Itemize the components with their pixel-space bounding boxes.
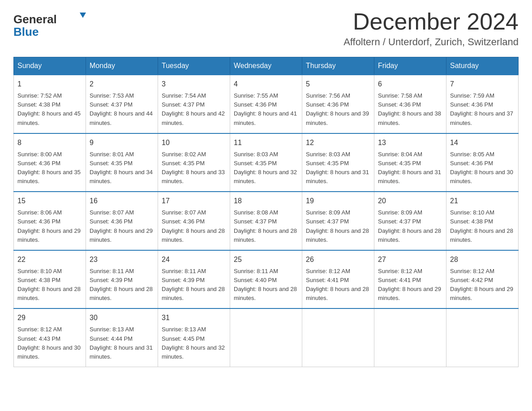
day-number: 20 bbox=[378, 196, 442, 206]
day-info: Sunrise: 8:09 AMSunset: 4:37 PMDaylight:… bbox=[378, 208, 442, 244]
calendar-cell: 12 Sunrise: 8:03 AMSunset: 4:35 PMDaylig… bbox=[302, 133, 374, 192]
day-number: 11 bbox=[234, 137, 298, 148]
day-number: 3 bbox=[162, 79, 226, 90]
day-info: Sunrise: 8:13 AMSunset: 4:45 PMDaylight:… bbox=[162, 325, 226, 361]
day-info: Sunrise: 8:07 AMSunset: 4:36 PMDaylight:… bbox=[90, 208, 154, 244]
day-info: Sunrise: 8:01 AMSunset: 4:35 PMDaylight:… bbox=[90, 150, 154, 186]
calendar-cell: 1 Sunrise: 7:52 AMSunset: 4:38 PMDayligh… bbox=[14, 75, 86, 133]
day-number: 18 bbox=[234, 196, 298, 206]
calendar-cell: 13 Sunrise: 8:04 AMSunset: 4:35 PMDaylig… bbox=[374, 133, 446, 192]
page-header: General Blue December 2024 Affoltern / U… bbox=[13, 9, 519, 48]
calendar-cell: 24 Sunrise: 8:11 AMSunset: 4:39 PMDaylig… bbox=[158, 250, 230, 309]
calendar-cell bbox=[374, 308, 446, 367]
title-section: December 2024 Affoltern / Unterdorf, Zur… bbox=[343, 9, 519, 48]
svg-text:General: General bbox=[13, 13, 57, 26]
day-info: Sunrise: 8:10 AMSunset: 4:38 PMDaylight:… bbox=[450, 208, 515, 244]
day-number: 25 bbox=[234, 254, 298, 265]
day-number: 22 bbox=[17, 254, 82, 265]
day-info: Sunrise: 8:05 AMSunset: 4:36 PMDaylight:… bbox=[450, 150, 515, 186]
calendar-cell: 29 Sunrise: 8:12 AMSunset: 4:43 PMDaylig… bbox=[14, 308, 86, 367]
day-number: 23 bbox=[90, 254, 154, 265]
calendar-cell: 28 Sunrise: 8:12 AMSunset: 4:42 PMDaylig… bbox=[446, 250, 519, 309]
day-number: 15 bbox=[17, 196, 82, 206]
calendar-cell bbox=[446, 308, 519, 367]
calendar-cell: 20 Sunrise: 8:09 AMSunset: 4:37 PMDaylig… bbox=[374, 192, 446, 250]
day-number: 8 bbox=[17, 137, 82, 148]
day-info: Sunrise: 8:03 AMSunset: 4:35 PMDaylight:… bbox=[234, 150, 298, 186]
day-number: 7 bbox=[450, 79, 515, 90]
calendar-cell bbox=[302, 308, 374, 367]
svg-text:Blue: Blue bbox=[13, 25, 39, 39]
calendar-table: SundayMondayTuesdayWednesdayThursdayFrid… bbox=[13, 57, 519, 367]
calendar-cell: 11 Sunrise: 8:03 AMSunset: 4:35 PMDaylig… bbox=[230, 133, 302, 192]
header-thursday: Thursday bbox=[302, 57, 374, 75]
header-monday: Monday bbox=[86, 57, 158, 75]
day-number: 19 bbox=[306, 196, 370, 206]
header-row: SundayMondayTuesdayWednesdayThursdayFrid… bbox=[14, 57, 519, 75]
day-info: Sunrise: 8:11 AMSunset: 4:39 PMDaylight:… bbox=[90, 267, 154, 303]
day-info: Sunrise: 8:13 AMSunset: 4:44 PMDaylight:… bbox=[90, 325, 154, 361]
day-info: Sunrise: 8:04 AMSunset: 4:35 PMDaylight:… bbox=[378, 150, 442, 186]
calendar-cell: 7 Sunrise: 7:59 AMSunset: 4:36 PMDayligh… bbox=[446, 75, 519, 133]
day-number: 30 bbox=[90, 313, 154, 323]
calendar-cell: 18 Sunrise: 8:08 AMSunset: 4:37 PMDaylig… bbox=[230, 192, 302, 250]
svg-marker-1 bbox=[80, 13, 86, 18]
logo: General Blue bbox=[13, 9, 90, 40]
day-info: Sunrise: 8:07 AMSunset: 4:36 PMDaylight:… bbox=[162, 208, 226, 244]
day-info: Sunrise: 8:12 AMSunset: 4:41 PMDaylight:… bbox=[378, 267, 442, 303]
calendar-cell: 19 Sunrise: 8:09 AMSunset: 4:37 PMDaylig… bbox=[302, 192, 374, 250]
day-info: Sunrise: 8:12 AMSunset: 4:43 PMDaylight:… bbox=[17, 325, 82, 361]
day-info: Sunrise: 8:12 AMSunset: 4:42 PMDaylight:… bbox=[450, 267, 515, 303]
calendar-cell: 25 Sunrise: 8:11 AMSunset: 4:40 PMDaylig… bbox=[230, 250, 302, 309]
calendar-cell: 10 Sunrise: 8:02 AMSunset: 4:35 PMDaylig… bbox=[158, 133, 230, 192]
day-info: Sunrise: 7:59 AMSunset: 4:36 PMDaylight:… bbox=[450, 91, 515, 128]
day-number: 26 bbox=[306, 254, 370, 265]
day-info: Sunrise: 7:53 AMSunset: 4:37 PMDaylight:… bbox=[90, 91, 154, 128]
day-info: Sunrise: 8:00 AMSunset: 4:36 PMDaylight:… bbox=[17, 150, 82, 186]
week-row-2: 8 Sunrise: 8:00 AMSunset: 4:36 PMDayligh… bbox=[14, 133, 519, 192]
calendar-cell: 15 Sunrise: 8:06 AMSunset: 4:36 PMDaylig… bbox=[14, 192, 86, 250]
calendar-cell: 22 Sunrise: 8:10 AMSunset: 4:38 PMDaylig… bbox=[14, 250, 86, 309]
day-number: 14 bbox=[450, 137, 515, 148]
calendar-cell: 17 Sunrise: 8:07 AMSunset: 4:36 PMDaylig… bbox=[158, 192, 230, 250]
calendar-cell: 9 Sunrise: 8:01 AMSunset: 4:35 PMDayligh… bbox=[86, 133, 158, 192]
calendar-cell: 8 Sunrise: 8:00 AMSunset: 4:36 PMDayligh… bbox=[14, 133, 86, 192]
day-info: Sunrise: 8:09 AMSunset: 4:37 PMDaylight:… bbox=[306, 208, 370, 244]
header-sunday: Sunday bbox=[14, 57, 86, 75]
day-number: 17 bbox=[162, 196, 226, 206]
day-info: Sunrise: 8:02 AMSunset: 4:35 PMDaylight:… bbox=[162, 150, 226, 186]
day-number: 2 bbox=[90, 79, 154, 90]
calendar-cell: 26 Sunrise: 8:12 AMSunset: 4:41 PMDaylig… bbox=[302, 250, 374, 309]
day-info: Sunrise: 7:56 AMSunset: 4:36 PMDaylight:… bbox=[306, 91, 370, 128]
calendar-cell: 2 Sunrise: 7:53 AMSunset: 4:37 PMDayligh… bbox=[86, 75, 158, 133]
day-info: Sunrise: 8:12 AMSunset: 4:41 PMDaylight:… bbox=[306, 267, 370, 303]
month-title: December 2024 bbox=[343, 9, 519, 34]
day-number: 9 bbox=[90, 137, 154, 148]
day-number: 6 bbox=[378, 79, 442, 90]
calendar-cell: 4 Sunrise: 7:55 AMSunset: 4:36 PMDayligh… bbox=[230, 75, 302, 133]
day-number: 10 bbox=[162, 137, 226, 148]
day-number: 4 bbox=[234, 79, 298, 90]
day-info: Sunrise: 8:06 AMSunset: 4:36 PMDaylight:… bbox=[17, 208, 82, 244]
calendar-cell: 5 Sunrise: 7:56 AMSunset: 4:36 PMDayligh… bbox=[302, 75, 374, 133]
header-tuesday: Tuesday bbox=[158, 57, 230, 75]
calendar-cell: 27 Sunrise: 8:12 AMSunset: 4:41 PMDaylig… bbox=[374, 250, 446, 309]
day-info: Sunrise: 7:52 AMSunset: 4:38 PMDaylight:… bbox=[17, 91, 82, 128]
calendar-cell: 31 Sunrise: 8:13 AMSunset: 4:45 PMDaylig… bbox=[158, 308, 230, 367]
day-number: 24 bbox=[162, 254, 226, 265]
day-number: 31 bbox=[162, 313, 226, 323]
header-friday: Friday bbox=[374, 57, 446, 75]
week-row-1: 1 Sunrise: 7:52 AMSunset: 4:38 PMDayligh… bbox=[14, 75, 519, 133]
day-info: Sunrise: 8:11 AMSunset: 4:40 PMDaylight:… bbox=[234, 267, 298, 303]
location-title: Affoltern / Unterdorf, Zurich, Switzerla… bbox=[343, 36, 519, 48]
header-wednesday: Wednesday bbox=[230, 57, 302, 75]
day-number: 12 bbox=[306, 137, 370, 148]
calendar-cell: 3 Sunrise: 7:54 AMSunset: 4:37 PMDayligh… bbox=[158, 75, 230, 133]
day-number: 1 bbox=[17, 79, 82, 90]
day-number: 21 bbox=[450, 196, 515, 206]
week-row-4: 22 Sunrise: 8:10 AMSunset: 4:38 PMDaylig… bbox=[14, 250, 519, 309]
calendar-cell: 6 Sunrise: 7:58 AMSunset: 4:36 PMDayligh… bbox=[374, 75, 446, 133]
day-info: Sunrise: 7:54 AMSunset: 4:37 PMDaylight:… bbox=[162, 91, 226, 128]
day-number: 28 bbox=[450, 254, 515, 265]
day-number: 13 bbox=[378, 137, 442, 148]
